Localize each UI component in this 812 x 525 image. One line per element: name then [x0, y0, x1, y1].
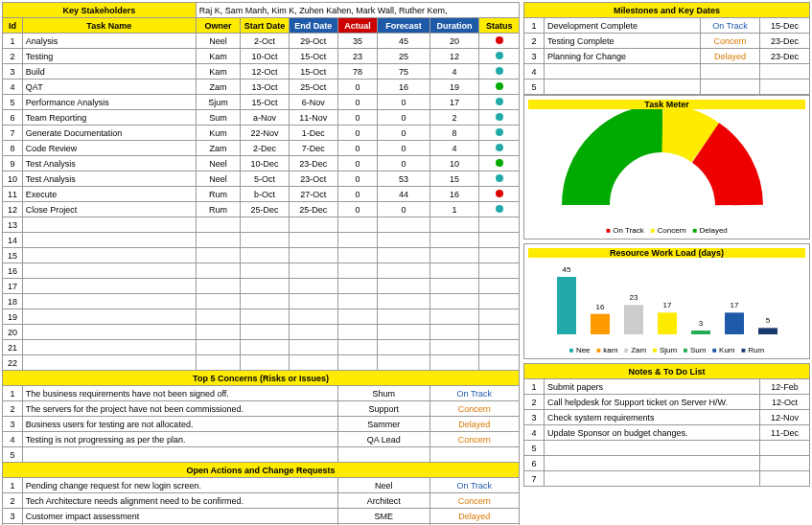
col-owner: Owner — [196, 18, 240, 34]
status-dot — [496, 174, 503, 182]
concern-row[interactable]: 4Testing is not progressing as per the p… — [3, 432, 520, 447]
stakeholders-label: Key Stakeholders — [3, 3, 197, 18]
svg-text:17: 17 — [731, 301, 739, 309]
task-row[interactable]: 1AnalysisNeel2-Oct29-Oct354520 — [3, 34, 520, 49]
note-row[interactable]: 2Call helpdesk for Support ticket on Ser… — [524, 395, 810, 410]
workload-title: Resource Work Load (days) — [528, 248, 805, 258]
svg-rect-12 — [758, 328, 777, 334]
status-dot — [496, 67, 503, 75]
task-row[interactable]: 2TestingKam10-Oct15-Oct232512 — [3, 49, 520, 64]
status-dot — [496, 159, 503, 167]
status-dot — [496, 128, 503, 136]
notes-title: Notes & To Do List — [524, 364, 810, 379]
svg-text:23: 23 — [630, 293, 638, 302]
task-row[interactable]: 22 — [3, 355, 520, 371]
task-row[interactable]: 9Test AnalysisNeel10-Dec23-Dec0010 — [3, 156, 520, 171]
gauge-chart — [528, 109, 797, 224]
concern-row[interactable]: 1The business requirements have not been… — [3, 386, 520, 401]
task-row[interactable]: 20 — [3, 325, 520, 340]
task-row[interactable]: 6Team ReportingSuma-Nov11-Nov002 — [3, 110, 520, 126]
col-duration: Duration — [429, 18, 479, 34]
action-row[interactable]: 1Pending change request for new login sc… — [3, 478, 520, 493]
status-dot — [496, 205, 503, 213]
concern-row[interactable]: 2The servers for the project have not be… — [3, 401, 520, 417]
action-row[interactable]: 3Customer impact assessmentSMEDelayed — [3, 509, 520, 524]
svg-rect-2 — [591, 314, 610, 334]
milestones-title: Milestones and Key Dates — [524, 3, 810, 18]
svg-text:5: 5 — [766, 316, 771, 325]
status-dot — [496, 36, 503, 44]
task-row[interactable]: 15 — [3, 248, 520, 263]
note-row[interactable]: 4Update Sponsor on budget changes.11-Dec — [524, 425, 810, 441]
concerns-title: Top 5 Concerns (Risks or Issues) — [3, 371, 520, 386]
col-name: Task Name — [22, 18, 196, 34]
status-dot — [496, 82, 503, 90]
col-end: End Date — [289, 18, 337, 34]
note-row[interactable]: 6 — [524, 456, 810, 471]
svg-text:3: 3 — [699, 319, 704, 328]
milestone-row[interactable]: 5 — [524, 80, 810, 95]
task-row[interactable]: 8Code ReviewZam2-Dec7-Dec004 — [3, 141, 520, 156]
concern-row[interactable]: 3Business users for testing are not allo… — [3, 417, 520, 432]
svg-text:17: 17 — [663, 301, 672, 309]
svg-rect-6 — [658, 312, 677, 334]
workload-chart: 451623173175 — [528, 258, 797, 344]
svg-rect-4 — [624, 305, 643, 334]
col-start: Start Date — [241, 18, 290, 34]
concern-row[interactable]: 5 — [3, 447, 520, 463]
task-row[interactable]: 4QATZam13-Oct25-Oct01619 — [3, 80, 520, 95]
task-row[interactable]: 17 — [3, 279, 520, 294]
svg-rect-8 — [691, 331, 710, 334]
milestone-row[interactable]: 3Planning for ChangeDelayed23-Dec — [524, 49, 810, 64]
status-dot — [496, 52, 503, 59]
col-forecast: Forecast — [378, 18, 429, 34]
status-dot — [496, 190, 503, 197]
svg-text:45: 45 — [563, 265, 571, 274]
stakeholders: Raj K, Sam Manh, Kim K, Zuhen Kahen, Mar… — [196, 3, 519, 18]
actions-title: Open Actions and Change Requests — [3, 463, 520, 478]
task-row[interactable]: 5Performance AnalysisSjum15-Oct6-Nov0017 — [3, 95, 520, 110]
svg-rect-0 — [557, 277, 576, 334]
note-row[interactable]: 5 — [524, 441, 810, 456]
svg-text:16: 16 — [596, 303, 605, 311]
task-row[interactable]: 14 — [3, 233, 520, 248]
note-row[interactable]: 3Check system requirements12-Nov — [524, 410, 810, 425]
task-row[interactable]: 21 — [3, 340, 520, 355]
task-row[interactable]: 10Test AnalysisNeel5-Oct23-Oct05315 — [3, 171, 520, 187]
milestone-row[interactable]: 1Development CompleteOn Track15-Dec — [524, 18, 810, 34]
col-status: Status — [479, 18, 520, 34]
col-actual: Actual — [337, 18, 378, 34]
status-dot — [496, 113, 503, 121]
status-dot — [496, 144, 503, 151]
col-id: Id — [3, 18, 23, 34]
task-row[interactable]: 18 — [3, 294, 520, 309]
milestone-row[interactable]: 4 — [524, 64, 810, 80]
task-row[interactable]: 16 — [3, 263, 520, 279]
note-row[interactable]: 7 — [524, 471, 810, 487]
note-row[interactable]: 1Submit papers12-Feb — [524, 379, 810, 395]
status-dot — [496, 98, 503, 105]
task-row[interactable]: 19 — [3, 309, 520, 325]
action-row[interactable]: 2Tech Architecture needs alignment need … — [3, 493, 520, 509]
task-meter-title: Task Meter — [528, 100, 805, 109]
task-row[interactable]: 7Generate DocumentationKum22-Nov1-Dec008 — [3, 126, 520, 141]
task-row[interactable]: 3BuildKam12-Oct15-Oct78754 — [3, 64, 520, 80]
task-row[interactable]: 13 — [3, 217, 520, 233]
task-row[interactable]: 11ExecuteRumb-Oct27-Oct04416 — [3, 187, 520, 202]
milestone-row[interactable]: 2Testing CompleteConcern23-Dec — [524, 34, 810, 49]
task-row[interactable]: 12Close ProjectRum25-Dec25-Dec001 — [3, 202, 520, 217]
svg-rect-10 — [725, 312, 744, 334]
